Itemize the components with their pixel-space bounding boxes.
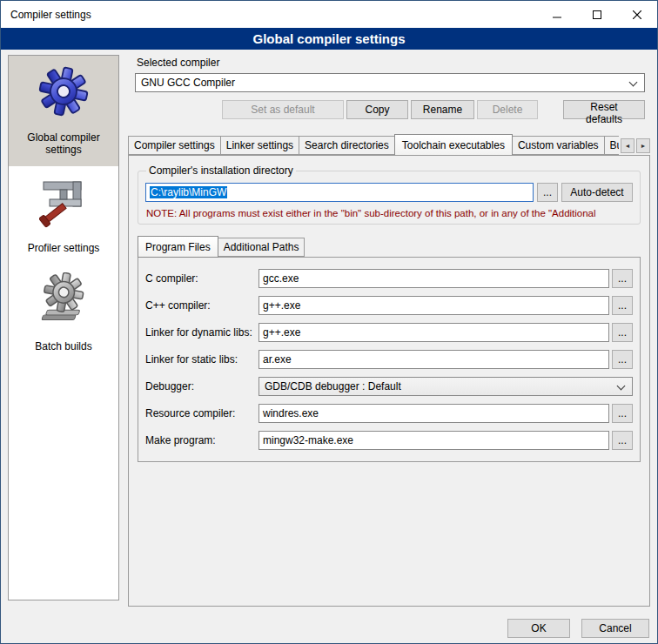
field-row-make-program: Make program: mingw32-make.exe ... (145, 431, 633, 450)
install-dir-browse-button[interactable]: ... (537, 183, 558, 202)
tab-scroll-right-button[interactable]: ► (636, 138, 650, 153)
close-button[interactable] (617, 1, 657, 28)
minimize-button[interactable] (537, 1, 577, 28)
make-program-input[interactable]: mingw32-make.exe (258, 431, 609, 450)
clamp-tool-icon (10, 173, 117, 231)
program-files-tabstrip: Program Files Additional Paths (138, 236, 641, 257)
sidebar-item-global-compiler-settings[interactable]: Global compiler settings (9, 56, 118, 166)
field-label: Linker for dynamic libs: (145, 326, 258, 339)
c-compiler-input[interactable]: gcc.exe (258, 269, 609, 288)
field-row-cpp-compiler: C++ compiler: g++.exe ... (145, 296, 633, 315)
tab-scroll-left-button[interactable]: ◄ (621, 138, 634, 153)
window-controls (537, 1, 657, 28)
tabs: Compiler settings Linker settings Search… (128, 134, 619, 155)
close-icon (633, 10, 641, 19)
sidebar-item-label: Global compiler settings (10, 131, 117, 156)
dynamic-linker-browse-button[interactable]: ... (612, 323, 633, 342)
resource-compiler-input[interactable]: windres.exe (258, 404, 609, 423)
dialog-body: Global compiler settings Prof (1, 50, 657, 612)
dialog-banner-title: Global compiler settings (1, 28, 657, 50)
sidebar-item-label: Profiler settings (10, 242, 117, 254)
c-compiler-browse-button[interactable]: ... (612, 269, 633, 288)
debugger-select[interactable]: GDB/CDB debugger : Default (258, 377, 633, 396)
settings-tabstrip: Compiler settings Linker settings Search… (128, 134, 650, 155)
cancel-button[interactable]: Cancel (581, 619, 649, 638)
field-label: Make program: (145, 434, 258, 446)
autodetect-button[interactable]: Auto-detect (561, 183, 633, 202)
field-row-debugger: Debugger: GDB/CDB debugger : Default (145, 377, 633, 396)
maximize-button[interactable] (577, 1, 617, 28)
cpp-compiler-input[interactable]: g++.exe (258, 296, 609, 315)
tab-scroll-buttons: ◄ ► (621, 138, 650, 155)
field-row-resource-compiler: Resource compiler: windres.exe ... (145, 404, 633, 423)
field-label: Resource compiler: (145, 407, 258, 419)
field-row-dynamic-linker: Linker for dynamic libs: g++.exe ... (145, 323, 633, 342)
subtab-additional-paths[interactable]: Additional Paths (218, 238, 306, 257)
window-title: Compiler settings (1, 9, 537, 21)
cpp-compiler-value: g++.exe (263, 299, 300, 312)
tab-linker-settings[interactable]: Linker settings (220, 136, 299, 155)
static-linker-value: ar.exe (263, 353, 292, 366)
ok-button[interactable]: OK (507, 619, 570, 638)
reset-defaults-button[interactable]: Reset defaults (563, 100, 645, 119)
install-dir-input[interactable]: C:\raylib\MinGW (145, 183, 534, 202)
sidebar-item-profiler-settings[interactable]: Profiler settings (9, 166, 118, 265)
subtab-program-files[interactable]: Program Files (138, 236, 218, 258)
static-linker-browse-button[interactable]: ... (612, 350, 633, 369)
main-panel: Selected compiler GNU GCC Compiler Set a… (128, 55, 650, 607)
dynamic-linker-input[interactable]: g++.exe (258, 323, 609, 342)
field-row-static-linker: Linker for static libs: ar.exe ... (145, 350, 633, 369)
resource-compiler-value: windres.exe (263, 407, 319, 419)
tab-custom-variables[interactable]: Custom variables (512, 136, 605, 155)
sidebar-item-batch-builds[interactable]: Batch builds (9, 265, 118, 363)
delete-button: Delete (477, 100, 538, 119)
make-program-value: mingw32-make.exe (263, 434, 353, 446)
tab-compiler-settings[interactable]: Compiler settings (128, 136, 221, 155)
install-dir-group-title: Compiler's installation directory (146, 164, 296, 177)
sidebar-item-label: Batch builds (10, 340, 117, 352)
program-files-panel: C compiler: gcc.exe ... C++ compiler: g+… (138, 257, 641, 462)
field-label: Debugger: (145, 380, 258, 392)
set-as-default-button: Set as default (222, 100, 344, 119)
install-dir-note: NOTE: All programs must exist either in … (146, 208, 632, 218)
c-compiler-value: gcc.exe (263, 272, 299, 285)
compiler-select-value: GNU GCC Compiler (141, 77, 235, 89)
install-dir-groupbox: Compiler's installation directory C:\ray… (138, 164, 641, 225)
tab-build-options[interactable]: Build (604, 136, 619, 155)
debugger-select-value: GDB/CDB debugger : Default (265, 380, 401, 392)
copy-button[interactable]: Copy (346, 100, 408, 119)
install-dir-value: C:\raylib\MinGW (150, 186, 227, 198)
gray-gear-stack-icon (10, 272, 117, 329)
chevron-down-icon (629, 78, 638, 87)
field-label: C++ compiler: (145, 299, 258, 312)
selected-compiler-label: Selected compiler (137, 57, 645, 69)
settings-sidebar: Global compiler settings Prof (8, 55, 119, 600)
resource-compiler-browse-button[interactable]: ... (612, 404, 633, 423)
static-linker-input[interactable]: ar.exe (258, 350, 609, 369)
compiler-select[interactable]: GNU GCC Compiler (135, 73, 645, 92)
compiler-settings-window: Compiler settings Global compiler settin… (0, 0, 658, 644)
field-label: Linker for static libs: (145, 353, 258, 366)
rename-button[interactable]: Rename (411, 100, 474, 119)
tab-toolchain-executables[interactable]: Toolchain executables (394, 134, 513, 155)
cpp-compiler-browse-button[interactable]: ... (612, 296, 633, 315)
make-program-browse-button[interactable]: ... (612, 431, 633, 450)
minimize-icon (553, 10, 561, 19)
tab-search-directories[interactable]: Search directories (299, 136, 395, 155)
selected-compiler-section: Selected compiler GNU GCC Compiler Set a… (135, 55, 645, 119)
dynamic-linker-value: g++.exe (263, 326, 300, 339)
chevron-down-icon (617, 382, 626, 391)
maximize-icon (593, 10, 601, 19)
compiler-buttons-row: Set as default Copy Rename Delete Reset … (135, 100, 645, 119)
field-row-c-compiler: C compiler: gcc.exe ... (145, 269, 633, 288)
titlebar: Compiler settings (1, 1, 657, 28)
blue-gear-icon (10, 63, 117, 120)
install-dir-row: C:\raylib\MinGW ... Auto-detect (145, 183, 633, 202)
toolchain-executables-panel: Compiler's installation directory C:\ray… (128, 155, 650, 607)
field-label: C compiler: (145, 272, 258, 285)
dialog-footer: OK Cancel (1, 612, 657, 638)
